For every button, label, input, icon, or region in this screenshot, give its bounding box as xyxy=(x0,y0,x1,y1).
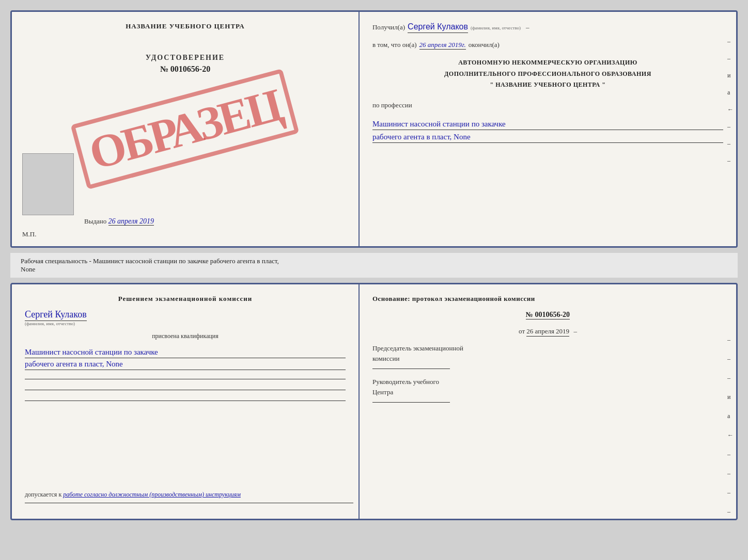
photo-placeholder xyxy=(22,153,74,215)
prof-line2: рабочего агента в пласт, None xyxy=(372,133,723,143)
org-line1: АВТОНОМНУЮ НЕКОММЕРЧЕСКУЮ ОРГАНИЗАЦИЮ xyxy=(372,57,723,69)
person-block: Сергей Кулаков (фамилия, имя, отчество) xyxy=(25,309,346,326)
centra-label: Центра xyxy=(372,387,723,397)
dash-r5: – xyxy=(727,157,734,165)
dopuskaetsya-label: допускается к xyxy=(25,491,61,498)
okonchil-label: окончил(а) xyxy=(469,41,500,49)
ot-date-block: от 26 апреля 2019 – xyxy=(372,327,723,335)
r-label-i: и xyxy=(727,393,734,401)
center-title: НАЗВАНИЕ УЧЕБНОГО ЦЕНТРА xyxy=(22,22,348,30)
bottom-left: Решением экзаменационной комиссии Сергей… xyxy=(12,284,360,519)
side-dashes-right: – – – и а ← – – – – – xyxy=(727,336,734,520)
dash-r1: – xyxy=(727,38,734,45)
osnovanie-title: Основание: протокол экзаменационной коми… xyxy=(372,295,723,303)
org-name: " НАЗВАНИЕ УЧЕБНОГО ЦЕНТРА " xyxy=(372,79,723,91)
vydano-label: Выдано xyxy=(84,217,106,225)
r-dash2: – xyxy=(727,355,734,363)
poluchil-line: Получил(а) Сергей Кулаков (фамилия, имя,… xyxy=(372,22,723,33)
rukovoditel-label: Руководитель учебного xyxy=(372,377,723,387)
document-1: НАЗВАНИЕ УЧЕБНОГО ЦЕНТРА ОБРАЗЕЦ УДОСТОВ… xyxy=(10,10,738,248)
mp-block: М.П. xyxy=(22,230,36,238)
stamp-overlay: ОБРАЗЕЦ xyxy=(71,69,300,189)
udostoverenie-title: УДОСТОВЕРЕНИЕ xyxy=(22,54,348,62)
person-name: Сергей Кулаков xyxy=(25,309,87,321)
r-dash4: – xyxy=(727,451,734,458)
predsedatel-signature-line xyxy=(372,369,450,369)
arrow-label: ← xyxy=(727,106,734,114)
r-dash6: – xyxy=(727,489,734,497)
line4 xyxy=(25,503,353,503)
side-dashes: – – и а ← – – – xyxy=(727,38,734,165)
r-arrow: ← xyxy=(727,431,734,439)
komissii-label: комиссии xyxy=(372,354,723,364)
po-professii-label: по профессии xyxy=(372,101,723,109)
left-panel: НАЗВАНИЕ УЧЕБНОГО ЦЕНТРА ОБРАЗЕЦ УДОСТОВ… xyxy=(12,12,360,246)
protocol-num: № 0010656-20 xyxy=(526,311,570,319)
vydano-date: 26 апреля 2019 xyxy=(108,217,154,226)
org-block: АВТОНОМНУЮ НЕКОММЕРЧЕСКУЮ ОРГАНИЗАЦИЮ ДО… xyxy=(372,57,723,91)
familiya-sublabel: (фамилия, имя, отчество) xyxy=(25,321,346,326)
line3 xyxy=(25,401,346,401)
udostoverenie-block: УДОСТОВЕРЕНИЕ № 0010656-20 xyxy=(22,54,348,74)
rukovoditel-block: Руководитель учебного Центра xyxy=(372,377,723,403)
dopuskaetsya-block: допускается к работе согласно должностны… xyxy=(25,491,353,503)
r-label-a: а xyxy=(727,412,734,420)
familiya-label: (фамилия, имя, отчество) xyxy=(471,25,521,30)
resheniem-title: Решением экзаменационной комиссии xyxy=(25,295,346,303)
dash-r3: – xyxy=(727,123,734,131)
rukovoditel-signature-line xyxy=(372,402,450,403)
predsedatel-block: Председатель экзаменационной комиссии xyxy=(372,343,723,369)
line1 xyxy=(25,379,346,379)
r-dash3: – xyxy=(727,374,734,382)
org-line2: ДОПОЛНИТЕЛЬНОГО ПРОФЕССИОНАЛЬНОГО ОБРАЗО… xyxy=(372,69,723,80)
r-dash7: – xyxy=(727,508,734,516)
vtom-label: в том, что он(а) xyxy=(372,41,417,49)
kval-line2: рабочего агента в пласт, None xyxy=(25,360,346,370)
ot-label: от xyxy=(519,327,525,335)
kval-line1: Машинист насосной станции по закачке xyxy=(25,348,346,358)
dopusk-text: работе согласно должностным (производств… xyxy=(63,491,241,498)
line2 xyxy=(25,390,346,390)
divider-line1: Рабочая специальность - Машинист насосно… xyxy=(21,257,279,265)
prisvoena-text: присвоена квалификация xyxy=(25,332,346,340)
right-panel: Получил(а) Сергей Кулаков (фамилия, имя,… xyxy=(360,12,736,246)
poluchil-name: Сергей Кулаков xyxy=(408,22,468,33)
document-2: Решением экзаменационной комиссии Сергей… xyxy=(10,283,738,520)
r-dash5: – xyxy=(727,470,734,477)
vtom-line: в том, что он(а) 26 апреля 2019г. окончи… xyxy=(372,41,723,50)
label-a: а xyxy=(727,89,734,97)
divider-text: Рабочая специальность - Машинист насосно… xyxy=(10,253,738,278)
vydano-block: Выдано 26 апреля 2019 xyxy=(84,217,154,226)
ot-date-val: 26 апреля 2019 xyxy=(526,327,569,337)
udostoverenie-num: № 0010656-20 xyxy=(22,65,348,74)
ot-dash: – xyxy=(573,327,577,335)
prof-block: Машинист насосной станции по закачке раб… xyxy=(372,117,723,143)
divider-line2: None xyxy=(21,265,35,273)
dash-r4: – xyxy=(727,140,734,148)
label-i: и xyxy=(727,72,734,79)
vtom-date: 26 апреля 2019г. xyxy=(419,41,466,50)
dash-r2: – xyxy=(727,55,734,62)
page-wrapper: НАЗВАНИЕ УЧЕБНОГО ЦЕНТРА ОБРАЗЕЦ УДОСТОВ… xyxy=(0,0,748,560)
r-dash1: – xyxy=(727,336,734,344)
predsedatel-label: Председатель экзаменационной xyxy=(372,343,723,354)
bottom-right: Основание: протокол экзаменационной коми… xyxy=(360,284,736,519)
poluchil-label: Получил(а) xyxy=(372,23,405,31)
kval-block: Машинист насосной станции по закачке раб… xyxy=(25,346,346,370)
prof-line1: Машинист насосной станции по закачке xyxy=(372,120,723,130)
dash1: – xyxy=(526,23,529,31)
